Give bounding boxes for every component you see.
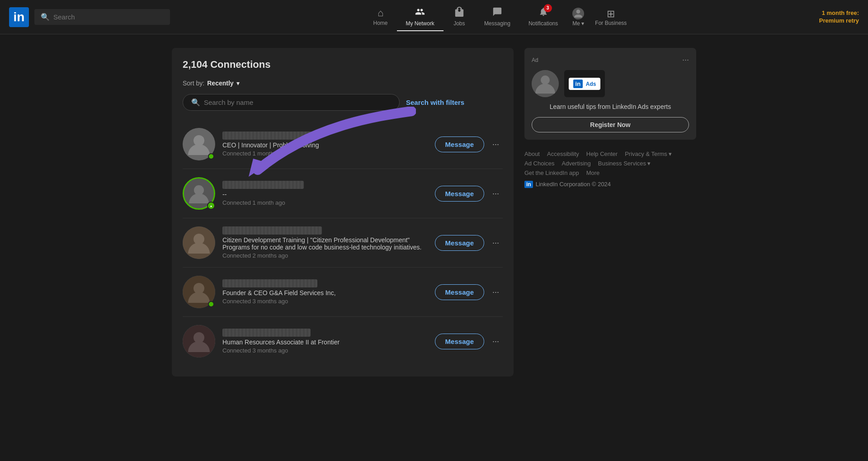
connections-header: 2,104 Connections	[183, 59, 503, 71]
connections-list: CEO | Innovator | Problem Solving Connec…	[183, 120, 503, 366]
nav-search-box[interactable]: 🔍	[34, 9, 170, 25]
message-button[interactable]: Message	[435, 235, 484, 251]
more-options-button[interactable]: ···	[489, 335, 503, 348]
connection-item: Citizen Development Training | "Citizen …	[183, 218, 503, 268]
more-options-button[interactable]: ···	[489, 187, 503, 200]
online-indicator	[208, 153, 214, 160]
nav-item-for-business[interactable]: ⊞ For Business	[590, 5, 632, 30]
ad-profile-avatar	[532, 70, 559, 97]
connection-time: Connected 1 month ago	[222, 150, 428, 157]
navbar: in 🔍 ⌂ Home My Network Jobs Messaging	[0, 0, 868, 34]
svg-point-13	[541, 75, 550, 85]
grid-icon: ⊞	[607, 8, 615, 20]
footer-copyright: LinkedIn Corporation © 2024	[536, 181, 611, 188]
nav-item-home-label: Home	[373, 20, 388, 26]
nav-item-messaging[interactable]: Messaging	[475, 3, 519, 31]
linkedin-footer-logo: in	[524, 181, 533, 188]
connection-name-blurred	[222, 181, 304, 189]
linkedin-logo[interactable]: in	[9, 7, 29, 27]
connection-time: Connected 3 months ago	[222, 298, 428, 305]
search-input[interactable]	[204, 99, 391, 106]
avatar-wrap	[183, 276, 215, 308]
nav-items: ⌂ Home My Network Jobs Messaging 3	[181, 3, 816, 31]
nav-item-messaging-label: Messaging	[484, 20, 510, 27]
home-icon: ⌂	[377, 7, 383, 19]
footer-link-help-center[interactable]: Help Center	[586, 151, 618, 157]
connection-title: Founder & CEO G&A Field Services Inc,	[222, 289, 428, 296]
connection-info: Founder & CEO G&A Field Services Inc, Co…	[222, 279, 428, 305]
footer-links: About Accessibility Help Center Privacy …	[524, 151, 696, 176]
search-icon: 🔍	[191, 98, 200, 107]
message-button[interactable]: Message	[435, 284, 484, 300]
nav-right: 1 month free: Premium retry	[816, 9, 859, 25]
connection-name-blurred	[222, 329, 311, 337]
nav-search-input[interactable]	[53, 13, 164, 21]
footer-link-privacy-terms[interactable]: Privacy & Terms ▾	[625, 151, 672, 157]
jobs-icon	[454, 7, 464, 19]
footer-link-about[interactable]: About	[524, 151, 540, 157]
online-indicator	[208, 301, 214, 307]
nav-me-label: Me ▾	[572, 20, 584, 27]
connection-title: --	[222, 191, 428, 198]
nav-item-jobs[interactable]: Jobs	[443, 3, 475, 31]
business-services-chevron-icon: ▾	[647, 160, 651, 167]
footer-logo-row: in LinkedIn Corporation © 2024	[524, 181, 696, 188]
message-button[interactable]: Message	[435, 334, 484, 349]
nav-item-network-label: My Network	[406, 20, 434, 27]
ad-card: Ad ··· in Ads Learn useful tips from Lin…	[524, 48, 696, 140]
sort-by-label: Sort by:	[183, 80, 204, 87]
connection-actions: Message ···	[435, 186, 503, 202]
ad-more-button[interactable]: ···	[682, 55, 689, 65]
footer-link-more[interactable]: More	[586, 169, 600, 176]
connection-item: Human Resources Associate II at Frontier…	[183, 317, 503, 366]
connection-time: Connected 3 months ago	[222, 347, 428, 354]
search-with-filters-button[interactable]: Search with filters	[406, 99, 464, 106]
more-options-button[interactable]: ···	[489, 286, 503, 299]
for-business-label: For Business	[595, 20, 627, 26]
search-filter-row: 🔍 Search with filters	[183, 94, 503, 111]
connection-actions: Message ···	[435, 136, 503, 152]
right-panel: Ad ··· in Ads Learn useful tips from Lin…	[524, 48, 696, 376]
ad-label: Ad	[532, 57, 538, 63]
nav-item-notifications[interactable]: 3 Notifications	[519, 3, 567, 31]
main-layout: 2,104 Connections Sort by: Recently ▾ 🔍 …	[163, 48, 705, 376]
connection-time: Connected 1 month ago	[222, 199, 428, 206]
nav-item-my-network[interactable]: My Network	[397, 3, 443, 31]
footer-link-get-app[interactable]: Get the LinkedIn app	[524, 169, 579, 176]
bell-icon: 3	[538, 7, 548, 19]
name-row	[222, 329, 428, 337]
sort-row: Sort by: Recently ▾	[183, 80, 503, 87]
connection-name-blurred	[222, 226, 322, 235]
sort-by-value[interactable]: Recently	[207, 80, 233, 87]
nav-item-home[interactable]: ⌂ Home	[364, 4, 397, 31]
avatar-wrap	[183, 226, 215, 259]
notification-badge: 3	[544, 4, 552, 12]
avatar-wrap	[183, 325, 215, 358]
connection-info: Citizen Development Training | "Citizen …	[222, 226, 428, 259]
ad-header: Ad ···	[532, 55, 689, 65]
premium-line2: Premium retry	[819, 17, 859, 25]
connections-title: 2,104 Connections	[183, 59, 270, 71]
footer-link-ad-choices[interactable]: Ad Choices	[524, 160, 554, 167]
connection-info: -- Connected 1 month ago	[222, 181, 428, 206]
nav-item-me[interactable]: Me ▾	[567, 4, 590, 30]
more-options-button[interactable]: ···	[489, 236, 503, 249]
svg-point-0	[576, 9, 580, 14]
more-options-button[interactable]: ···	[489, 138, 503, 151]
connection-item: CEO | Innovator | Problem Solving Connec…	[183, 120, 503, 169]
search-box[interactable]: 🔍	[183, 94, 400, 111]
me-avatar	[572, 8, 584, 19]
message-button[interactable]: Message	[435, 186, 484, 202]
name-row	[222, 181, 428, 189]
premium-retry-button[interactable]: 1 month free: Premium retry	[819, 9, 859, 25]
ad-cta-button[interactable]: Register Now	[532, 117, 689, 132]
connection-actions: Message ···	[435, 284, 503, 300]
footer-link-accessibility[interactable]: Accessibility	[547, 151, 579, 157]
footer-link-business-services[interactable]: Business Services ▾	[598, 160, 651, 167]
name-row	[222, 226, 428, 235]
messaging-icon	[492, 7, 502, 19]
avatar-wrap	[183, 128, 215, 160]
footer-link-advertising[interactable]: Advertising	[561, 160, 590, 167]
nav-item-jobs-label: Jobs	[453, 20, 465, 27]
message-button[interactable]: Message	[435, 136, 484, 152]
